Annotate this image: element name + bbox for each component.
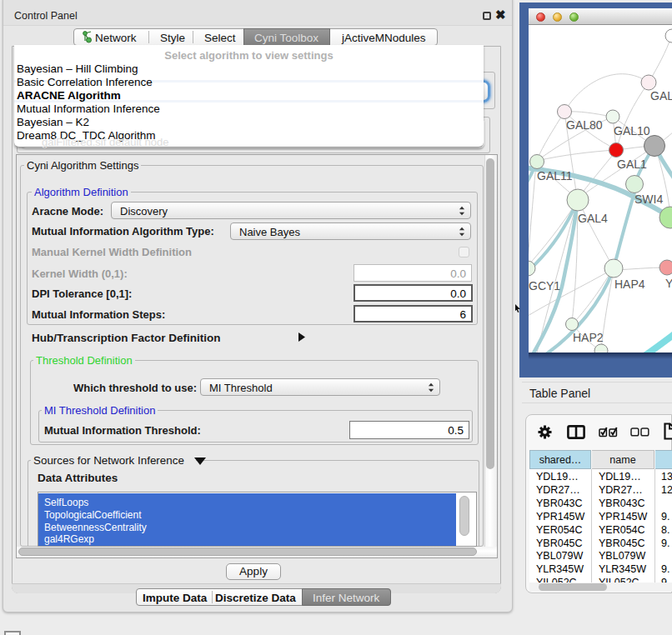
svg-text:SWI4: SWI4	[634, 192, 663, 206]
svg-text:GAL: GAL	[650, 89, 672, 102]
svg-text:Y: Y	[665, 277, 672, 290]
svg-text:GCY1: GCY1	[529, 279, 560, 292]
svg-text:HAP2: HAP2	[573, 331, 604, 344]
svg-text:HAP4: HAP4	[614, 278, 645, 291]
svg-text:GAL10: GAL10	[614, 124, 650, 138]
svg-text:GAL11: GAL11	[537, 169, 573, 182]
svg-text:GAL4: GAL4	[578, 212, 608, 225]
svg-text:GAL80: GAL80	[566, 118, 603, 132]
svg-text:GAL1: GAL1	[617, 158, 647, 171]
